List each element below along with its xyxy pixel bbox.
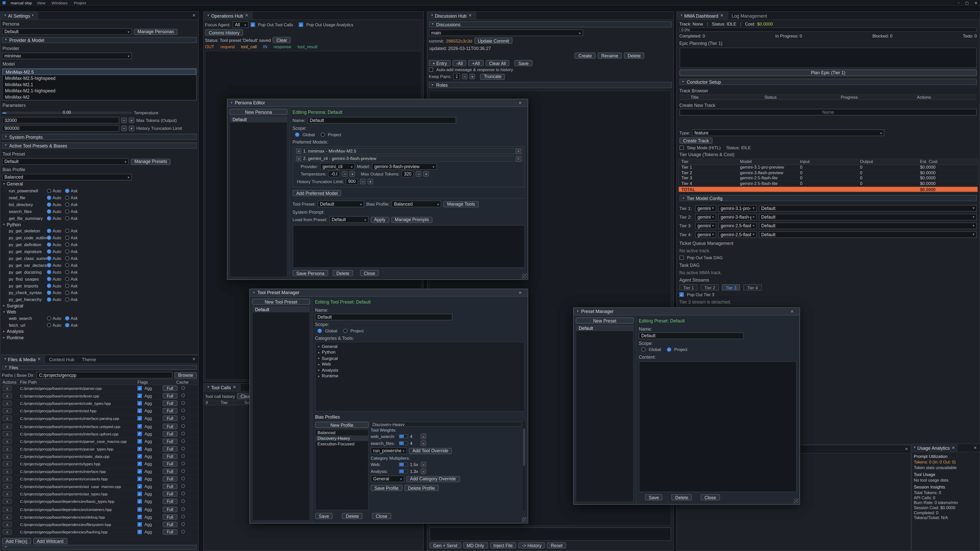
full-button[interactable]: Full <box>162 408 178 414</box>
menu-windows[interactable]: Windows <box>52 0 68 5</box>
section-roles[interactable]: Roles <box>429 82 672 88</box>
clear-all-button[interactable]: Clear All <box>485 60 510 66</box>
full-button[interactable]: Full <box>162 416 178 421</box>
cache-radio[interactable] <box>181 492 185 495</box>
track-name-input[interactable] <box>679 109 977 116</box>
minimize-button[interactable] <box>958 0 959 5</box>
tier-provider-select[interactable]: gemini <box>695 205 716 212</box>
cache-radio[interactable] <box>181 447 185 451</box>
auto-radio[interactable] <box>47 209 51 213</box>
stream-tab-tier-2[interactable]: Tier 2 <box>701 284 719 291</box>
tab-files-media[interactable]: Files & Media <box>0 355 45 363</box>
close-tab-icon[interactable] <box>468 13 472 18</box>
remove-file-button[interactable]: x <box>3 400 12 406</box>
remove-file-button[interactable]: x <box>3 408 12 414</box>
temperature-input[interactable] <box>328 171 340 178</box>
temperature-slider[interactable]: 0.00 <box>2 110 132 116</box>
create-track-button[interactable]: Create Track <box>679 138 713 144</box>
full-button[interactable]: Full <box>162 461 178 467</box>
apply-button[interactable]: Apply <box>370 217 389 223</box>
tier-provider-select[interactable]: gemini <box>695 214 716 221</box>
reorder-handle-icon[interactable] <box>296 149 301 154</box>
tab-ai-settings[interactable]: AI Settings <box>0 12 38 19</box>
add-tool-override-button[interactable]: Add Tool Override <box>409 448 452 454</box>
persona-name-input[interactable] <box>307 117 456 124</box>
section-system-prompts[interactable]: System Prompts <box>2 134 197 140</box>
cache-radio[interactable] <box>181 484 185 488</box>
reorder-handle-icon[interactable] <box>296 156 301 161</box>
full-button[interactable]: Full <box>162 476 178 482</box>
cache-radio[interactable] <box>181 530 185 534</box>
increment-button[interactable] <box>129 125 134 131</box>
ask-radio[interactable] <box>65 277 69 281</box>
tab-discussion-hub[interactable]: Discussion Hub <box>428 12 476 19</box>
agg-checkbox[interactable] <box>138 416 142 421</box>
ask-radio[interactable] <box>65 316 69 321</box>
close-tab-icon[interactable] <box>38 357 41 362</box>
agg-checkbox[interactable] <box>138 462 142 466</box>
scrollbar[interactable] <box>523 422 525 510</box>
close-preset-button[interactable]: Close <box>701 494 720 500</box>
resize-grip[interactable] <box>794 499 799 503</box>
section-files[interactable]: Files <box>2 365 197 370</box>
manage-tools-button[interactable]: Manage Tools <box>443 201 479 207</box>
ask-radio[interactable] <box>65 297 69 302</box>
close-dialog-icon[interactable] <box>516 290 525 295</box>
tool-preset-name-input[interactable] <box>315 313 452 321</box>
plus-all-button[interactable]: +All <box>468 60 484 66</box>
stream-tab-tier-4[interactable]: Tier 4 <box>743 284 762 291</box>
remove-file-button[interactable]: x <box>3 438 12 444</box>
remove-file-button[interactable]: x <box>3 423 12 429</box>
full-button[interactable]: Full <box>162 529 178 535</box>
browse-button[interactable]: Browse <box>174 372 197 378</box>
history-limit-input[interactable] <box>2 125 119 132</box>
ask-radio[interactable] <box>65 291 69 295</box>
tool-group-python[interactable]: Python <box>0 221 198 227</box>
tier-preset-select[interactable]: Default <box>759 205 977 212</box>
weight-slider[interactable] <box>399 469 408 473</box>
decrement-button[interactable] <box>462 74 468 79</box>
truncate-button[interactable]: Truncate <box>480 73 505 79</box>
profile-item[interactable]: Balanced <box>316 430 368 435</box>
auto-radio[interactable] <box>47 284 51 288</box>
agg-checkbox[interactable] <box>138 401 142 406</box>
close-panel-icon[interactable] <box>971 444 980 451</box>
section-provider-model[interactable]: Provider & Model <box>2 37 197 43</box>
close-panel-icon[interactable] <box>189 355 198 363</box>
persona-list-item[interactable]: Default <box>230 117 287 122</box>
ask-radio[interactable] <box>65 263 69 267</box>
cache-radio[interactable] <box>181 469 185 473</box>
remove-file-button[interactable]: x <box>3 393 12 399</box>
increment-button[interactable] <box>423 171 429 177</box>
inject-file-button[interactable]: Inject File <box>490 542 517 548</box>
cache-radio[interactable] <box>181 431 185 435</box>
auto-radio[interactable] <box>47 249 51 254</box>
preset-manager-titlebar[interactable]: Preset Manager <box>574 308 799 315</box>
remove-model-button[interactable] <box>515 156 521 162</box>
auto-radio[interactable] <box>47 316 51 321</box>
section-conductor-setup[interactable]: Conductor Setup <box>679 79 977 85</box>
cache-radio[interactable] <box>181 409 185 413</box>
remove-file-button[interactable]: x <box>3 514 12 519</box>
agg-checkbox[interactable] <box>138 431 142 436</box>
add-category-override-button[interactable]: Add Category Override <box>406 476 460 482</box>
new-profile-button[interactable]: New Profile <box>315 422 369 428</box>
save-profile-button[interactable]: Save Profile <box>371 485 402 491</box>
step-mode-checkbox[interactable] <box>679 146 684 150</box>
model-option[interactable]: MiniMax-M2 <box>3 94 196 100</box>
pop-out-dag-checkbox[interactable] <box>679 256 684 260</box>
model-option[interactable]: MiniMax-M2.1-highspeed <box>3 87 196 94</box>
tab-tool-calls[interactable]: Tool Calls <box>204 384 240 391</box>
remove-override-button[interactable] <box>421 468 426 474</box>
preset-name-input[interactable] <box>639 332 744 339</box>
agg-checkbox[interactable] <box>138 469 142 473</box>
remove-file-button[interactable]: x <box>3 468 12 474</box>
decrement-button[interactable] <box>121 125 127 131</box>
bias-profile-select[interactable]: Balanced <box>2 174 132 181</box>
ask-radio[interactable] <box>65 209 69 213</box>
agg-checkbox[interactable] <box>138 439 142 443</box>
remove-file-button[interactable]: x <box>3 529 12 535</box>
weight-slider[interactable] <box>399 441 408 445</box>
tab-mma-dashboard[interactable]: MMA Dashboard <box>677 12 728 19</box>
full-button[interactable]: Full <box>162 446 178 451</box>
